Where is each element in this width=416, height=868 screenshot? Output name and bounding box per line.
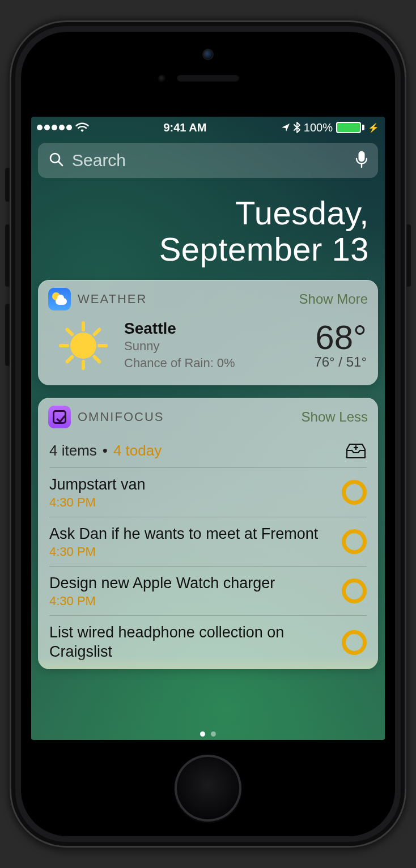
- task-title: Ask Dan if he wants to meet at Fremont: [49, 524, 333, 543]
- weather-condition: Sunny: [124, 338, 307, 355]
- search-icon: [48, 151, 64, 169]
- omnifocus-task-list: Jumpstart van 4:30 PM Ask Dan if he want…: [49, 467, 367, 669]
- date-line-1: Tuesday,: [31, 195, 369, 231]
- weather-widget-title: WEATHER: [78, 292, 147, 307]
- volume-down-button: [5, 304, 10, 366]
- task-row[interactable]: Design new Apple Watch charger 4:30 PM: [49, 567, 367, 616]
- task-complete-circle[interactable]: [342, 578, 367, 603]
- charging-icon: ⚡: [368, 122, 379, 133]
- weather-temp: 68°: [314, 321, 367, 354]
- ringer-switch: [5, 168, 10, 202]
- task-complete-circle[interactable]: [342, 480, 367, 505]
- status-bar: 9:41 AM 100% ⚡: [31, 117, 385, 138]
- page-indicator[interactable]: [200, 731, 216, 737]
- weather-widget[interactable]: WEATHER Show More: [38, 280, 378, 385]
- front-camera: [203, 50, 213, 59]
- inbox-add-icon[interactable]: [345, 442, 367, 459]
- dictation-icon[interactable]: [355, 151, 368, 170]
- task-title: Design new Apple Watch charger: [49, 573, 333, 593]
- home-button[interactable]: [175, 755, 241, 822]
- page-dot-active: [200, 731, 205, 737]
- sunny-icon: [49, 321, 117, 370]
- omnifocus-show-less[interactable]: Show Less: [302, 409, 368, 425]
- task-time: 4:30 PM: [49, 544, 333, 559]
- omnifocus-today-count: 4 today: [113, 442, 162, 459]
- battery-icon: [336, 122, 364, 133]
- page-dot: [211, 731, 216, 737]
- omnifocus-item-count: 4 items: [49, 442, 97, 459]
- volume-up-button: [5, 224, 10, 287]
- location-icon: [281, 123, 290, 132]
- task-row[interactable]: List wired headphone collection on Craig…: [49, 616, 367, 669]
- widget-list[interactable]: WEATHER Show More: [31, 280, 385, 740]
- task-complete-circle[interactable]: [342, 529, 367, 554]
- task-time: 4:30 PM: [49, 594, 333, 609]
- sensor-strip: [21, 32, 395, 117]
- bluetooth-icon: [294, 122, 300, 133]
- earpiece-speaker: [177, 75, 239, 82]
- weather-app-icon: [48, 288, 71, 310]
- status-time: 9:41 AM: [163, 121, 206, 134]
- battery-percent: 100%: [304, 121, 333, 134]
- search-placeholder: Search: [72, 151, 126, 170]
- weather-rain: Chance of Rain: 0%: [124, 355, 307, 372]
- phone-frame: 9:41 AM 100% ⚡: [10, 20, 406, 848]
- omnifocus-app-icon: [48, 406, 71, 428]
- svg-rect-2: [359, 151, 364, 161]
- screen: 9:41 AM 100% ⚡: [31, 117, 385, 740]
- separator-dot: •: [97, 442, 113, 459]
- omnifocus-widget-title: OMNIFOCUS: [78, 410, 164, 424]
- wifi-icon: [75, 122, 89, 133]
- power-button: [406, 224, 411, 287]
- phone-bezel: 9:41 AM 100% ⚡: [21, 32, 395, 836]
- proximity-sensor: [158, 75, 166, 83]
- task-title: Jumpstart van: [49, 475, 333, 494]
- today-date: Tuesday, September 13: [31, 180, 385, 280]
- task-time: 4:30 PM: [49, 495, 333, 510]
- task-row[interactable]: Ask Dan if he wants to meet at Fremont 4…: [49, 517, 367, 567]
- date-line-2: September 13: [31, 231, 369, 267]
- svg-line-1: [59, 162, 63, 166]
- search-field[interactable]: Search: [38, 143, 378, 178]
- task-title: List wired headphone collection on Craig…: [49, 623, 333, 661]
- weather-hilo: 76° / 51°: [314, 354, 367, 370]
- task-row[interactable]: Jumpstart van 4:30 PM: [49, 468, 367, 517]
- omnifocus-widget[interactable]: OMNIFOCUS Show Less 4 items • 4 today: [38, 398, 378, 669]
- weather-city: Seattle: [124, 320, 307, 338]
- weather-show-more[interactable]: Show More: [299, 291, 368, 307]
- cell-signal-icon: [37, 125, 72, 130]
- task-complete-circle[interactable]: [342, 630, 367, 655]
